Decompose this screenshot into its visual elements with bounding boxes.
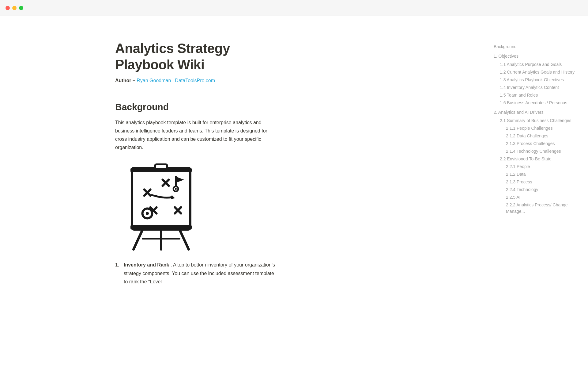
toc-item[interactable]: 1. Objectives	[494, 52, 578, 60]
main-content: Analytics Strategy Playbook Wiki Author …	[86, 16, 306, 368]
background-text: This analytics playbook template is buil…	[115, 118, 277, 152]
toc-item[interactable]: 2.2.1 People	[494, 163, 578, 171]
minimize-button[interactable]	[12, 6, 17, 10]
toc-item[interactable]: 2.1.1 People Challenges	[494, 125, 578, 132]
author-label: Author –	[115, 78, 135, 83]
author-line: Author – Ryan Goodman | DataToolsPro.com	[115, 78, 277, 83]
toc-item[interactable]: 2.1.4 Technology Challenges	[494, 148, 578, 155]
svg-line-1	[179, 229, 189, 249]
window-chrome	[0, 0, 588, 16]
toc-item[interactable]: 1.4 Inventory Analytics Content	[494, 84, 578, 91]
list-item-text: Inventory and Rank : A top to bottom inv…	[124, 261, 277, 286]
toc-item[interactable]: Background	[494, 43, 578, 51]
toc-item[interactable]: 2.1.3 Process	[494, 178, 578, 186]
svg-point-17	[146, 212, 149, 215]
strategy-board-illustration	[115, 159, 207, 251]
toc-container: Background1. Objectives1.1 Analytics Pur…	[494, 43, 578, 215]
background-heading: Background	[115, 102, 277, 112]
author-link[interactable]: Ryan Goodman	[137, 78, 172, 83]
svg-line-0	[134, 229, 143, 249]
toc-item[interactable]: 2.2.5 AI	[494, 194, 578, 201]
close-button[interactable]	[6, 6, 10, 10]
maximize-button[interactable]	[19, 6, 23, 10]
toc-item[interactable]: 1.6 Business Anecdotes / Personas	[494, 99, 578, 107]
toc-item[interactable]: 1.3 Analytics Playbook Objectives	[494, 76, 578, 84]
list-item-bold: Inventory and Rank	[124, 262, 169, 267]
toc-item[interactable]: 2. Analytics and AI Drivers	[494, 109, 578, 116]
toc-item[interactable]: 2.2 Envisioned To-Be State	[494, 155, 578, 163]
list-item: 1. Inventory and Rank : A top to bottom …	[115, 261, 277, 286]
page-wrapper: Analytics Strategy Playbook Wiki Author …	[0, 0, 588, 368]
toc-item[interactable]: 2.1.2 Data	[494, 171, 578, 178]
author-site-link[interactable]: DataToolsPro.com	[175, 78, 215, 83]
toc-item[interactable]: 2.2.2 Analytics Process/ Change Manage..…	[494, 201, 578, 215]
toc-sidebar: Background1. Objectives1.1 Analytics Pur…	[484, 16, 588, 368]
toc-item[interactable]: 2.1.2 Data Challenges	[494, 132, 578, 140]
toc-item[interactable]: 2.2.4 Technology	[494, 186, 578, 194]
list-number: 1.	[115, 261, 121, 286]
svg-rect-6	[130, 168, 192, 172]
svg-rect-7	[130, 225, 192, 229]
svg-rect-4	[132, 168, 190, 229]
toc-item[interactable]: 2.1 Summary of Business Challenges	[494, 117, 578, 125]
numbered-list: 1. Inventory and Rank : A top to bottom …	[115, 261, 277, 286]
toc-item[interactable]: 1.5 Team and Roles	[494, 91, 578, 99]
toc-item[interactable]: 1.2 Current Analytics Goals and History	[494, 68, 578, 76]
toc-item[interactable]: 2.1.3 Process Challenges	[494, 140, 578, 148]
svg-point-22	[175, 188, 177, 190]
page-title: Analytics Strategy Playbook Wiki	[115, 40, 277, 73]
toc-item[interactable]: 1.1 Analytics Purpose and Goals	[494, 61, 578, 68]
